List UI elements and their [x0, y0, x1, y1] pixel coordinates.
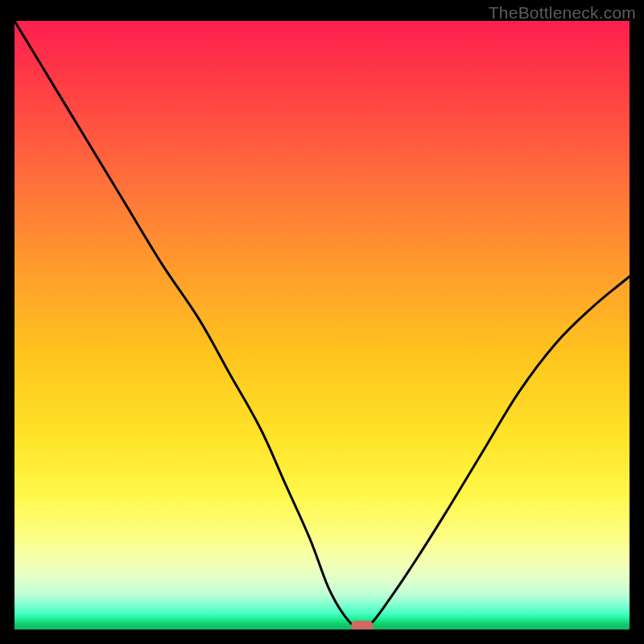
chart-frame: TheBottleneck.com	[0, 0, 644, 644]
optimum-marker	[351, 621, 374, 630]
watermark-label: TheBottleneck.com	[489, 3, 636, 23]
bottleneck-curve	[14, 21, 630, 630]
plot-area	[14, 21, 630, 630]
curve-path	[14, 21, 630, 630]
